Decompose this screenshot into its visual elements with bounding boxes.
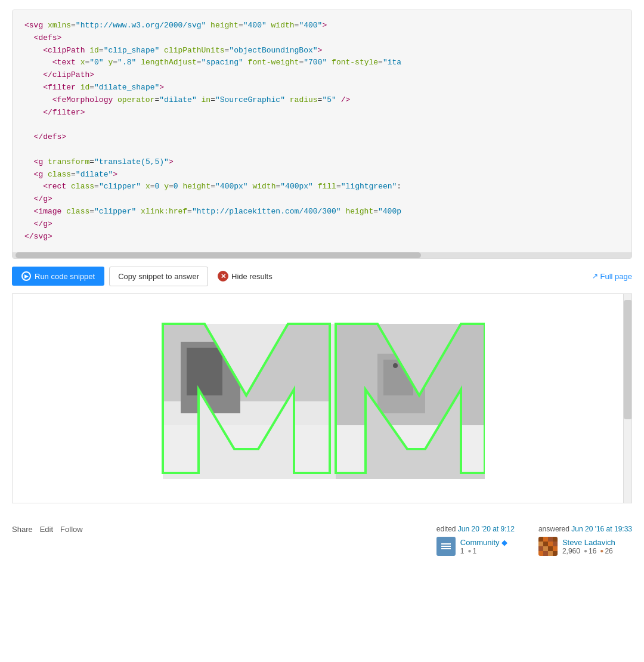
svg-rect-21 [543, 537, 548, 542]
answerer-gold-count: 16 [589, 547, 596, 555]
answerer-avatar [538, 537, 558, 556]
answerer-rep: 2,960 ● 16 ● 26 [562, 547, 615, 555]
silver-dot: ● [468, 547, 472, 554]
svg-rect-22 [548, 537, 553, 542]
svg-point-13 [393, 363, 398, 368]
svg-rect-33 [543, 551, 548, 556]
svg-rect-19 [441, 548, 451, 549]
code-block-wrapper: <svg xmlns="http://www.w3.org/2000/svg" … [12, 10, 632, 259]
editor-name-link[interactable]: Community ◆ [460, 538, 507, 547]
bronze-dot: ● [600, 547, 603, 554]
answerer-name-link[interactable]: Steve Ladavich [562, 538, 615, 547]
community-avatar [436, 537, 456, 556]
editor-badge1-count: 1 [473, 547, 477, 555]
svg-rect-28 [538, 546, 543, 551]
silver-dot-2: ● [584, 547, 587, 554]
answerer-edit-info: answered Jun 20 '16 at 19:33 [538, 525, 632, 533]
svg-rect-27 [553, 542, 558, 546]
scrollbar-thumb[interactable] [16, 252, 421, 258]
svg-rect-34 [548, 551, 553, 556]
page-wrapper: <svg xmlns="http://www.w3.org/2000/svg" … [0, 10, 644, 562]
answerer-date: Jun 20 '16 at 19:33 [571, 525, 632, 533]
run-snippet-button[interactable]: ▶ Run code snippet [12, 267, 104, 286]
editor-diamond: ◆ [501, 538, 507, 547]
code-area: <svg xmlns="http://www.w3.org/2000/svg" … [13, 10, 631, 252]
answerer-name: Steve Ladavich [562, 538, 615, 547]
svg-rect-23 [553, 537, 558, 542]
svg-rect-24 [538, 542, 543, 546]
editor-card: edited Jun 20 '20 at 9:12 Comm [436, 525, 515, 556]
editor-badge1: ● 1 [468, 547, 477, 555]
svg-rect-17 [441, 543, 451, 545]
copy-label: Copy snippet to answer [118, 272, 199, 281]
editor-date-link[interactable]: Jun 20 '20 at 9:12 [458, 525, 515, 533]
svg-rect-25 [543, 542, 548, 546]
svg-rect-31 [553, 546, 558, 551]
answerer-action: answered [538, 525, 569, 533]
answerer-badge-bronze: ● 26 [600, 547, 612, 555]
answerer-card: answered Jun 20 '16 at 19:33 [538, 525, 632, 556]
svg-rect-18 [441, 546, 451, 547]
editor-rep: 1 ● 1 [460, 547, 507, 555]
svg-rect-6 [187, 348, 222, 395]
x-icon: ✕ [218, 271, 228, 281]
community-avatar-icon [440, 540, 452, 552]
answerer-avatar-svg [538, 537, 558, 556]
result-scrollbar-thumb[interactable] [624, 300, 632, 419]
editor-info: Community ◆ 1 ● 1 [460, 538, 507, 555]
run-label: Run code snippet [35, 272, 95, 281]
answerer-badge-gold: ● 16 [584, 547, 596, 555]
footer-user-section: edited Jun 20 '20 at 9:12 Comm [436, 525, 632, 556]
svg-rect-29 [543, 546, 548, 551]
answerer-card-inner: Steve Ladavich 2,960 ● 16 ● 26 [538, 537, 615, 556]
external-link-icon: ↗ [592, 272, 598, 280]
answerer-rep-value: 2,960 [562, 547, 580, 555]
result-area [12, 293, 632, 503]
hide-results-button[interactable]: ✕ Hide results [213, 266, 277, 286]
result-scrollbar[interactable] [623, 294, 631, 503]
editor-action: edited [436, 525, 456, 533]
svg-rect-32 [538, 551, 543, 556]
post-footer: Share Edit Follow edited Jun 20 '20 at 9… [0, 513, 644, 562]
fullpage-label: Full page [600, 272, 632, 281]
answerer-bronze-count: 26 [605, 547, 612, 555]
scrollbar-track[interactable] [13, 252, 631, 258]
play-icon: ▶ [21, 271, 31, 281]
editor-edit-info: edited Jun 20 '20 at 9:12 [436, 525, 515, 533]
svg-rect-30 [548, 546, 553, 551]
edit-link[interactable]: Edit [40, 525, 53, 534]
share-link[interactable]: Share [12, 525, 33, 534]
svg-rect-26 [548, 542, 553, 546]
result-content [13, 294, 623, 503]
editor-card-inner: Community ◆ 1 ● 1 [436, 537, 507, 556]
copy-snippet-button[interactable]: Copy snippet to answer [109, 267, 208, 286]
result-svg [151, 306, 485, 491]
hide-label: Hide results [231, 272, 273, 281]
svg-rect-35 [553, 551, 558, 556]
editor-name: Community [460, 538, 500, 547]
follow-link[interactable]: Follow [60, 525, 83, 534]
snippet-toolbar: ▶ Run code snippet Copy snippet to answe… [0, 259, 644, 293]
fullpage-link[interactable]: ↗ Full page [592, 272, 632, 281]
footer-actions: Share Edit Follow [12, 525, 83, 534]
answerer-info: Steve Ladavich 2,960 ● 16 ● 26 [562, 538, 615, 555]
svg-rect-20 [538, 537, 543, 542]
editor-rep-value: 1 [460, 547, 465, 555]
